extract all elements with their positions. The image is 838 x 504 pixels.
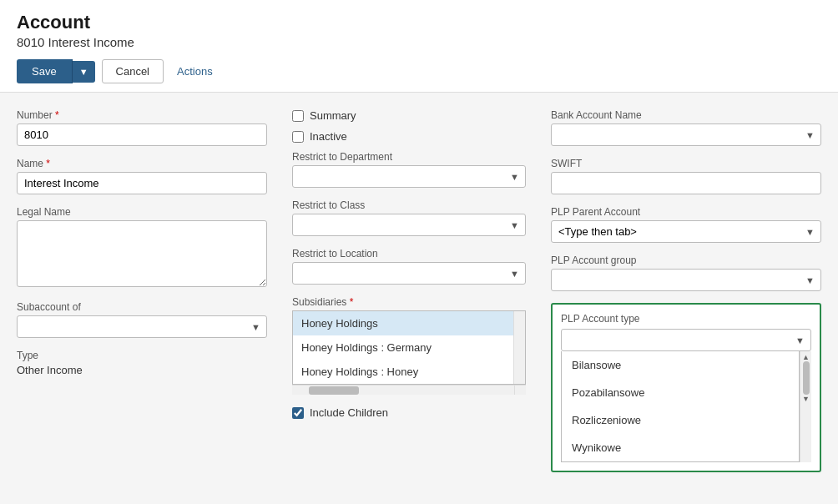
legal-name-textarea[interactable] xyxy=(17,220,267,287)
page-subtitle: 8010 Interest Income xyxy=(17,35,821,49)
restrict-department-field: Restrict to Department ▼ xyxy=(292,151,526,188)
toolbar: Save ▼ Cancel Actions xyxy=(17,59,821,83)
legal-name-field-group: Legal Name xyxy=(17,206,267,290)
restrict-location-select-wrapper: ▼ xyxy=(292,262,526,285)
plp-account-type-select[interactable]: Bilansowe Pozabilansowe Rozliczeniowe Wy… xyxy=(561,329,811,351)
restrict-location-field: Restrict to Location ▼ xyxy=(292,248,526,285)
subsidiaries-field: Subsidiaries * Honey Holdings Honey Hold… xyxy=(292,296,526,395)
subaccount-field-group: Subaccount of ▼ xyxy=(17,301,267,338)
subaccount-select-wrapper: ▼ xyxy=(17,315,267,338)
subaccount-label: Subaccount of xyxy=(17,301,267,313)
inactive-checkbox-row: Inactive xyxy=(292,130,526,143)
save-dropdown-button[interactable]: ▼ xyxy=(73,61,95,83)
number-field-group: Number * xyxy=(17,109,267,146)
list-item[interactable]: Honey Holdings : Germany xyxy=(293,335,513,360)
dropdown-item-pozabilansowe[interactable]: Pozabilansowe xyxy=(562,379,799,406)
right-column: Bank Account Name ▼ SWIFT PLP Parent Acc… xyxy=(551,109,821,472)
inactive-label[interactable]: Inactive xyxy=(310,130,347,143)
subsidiaries-label: Subsidiaries * xyxy=(292,296,526,308)
inactive-checkbox[interactable] xyxy=(292,131,304,143)
dropdown-item-wynikowe[interactable]: Wynikowe xyxy=(562,434,799,461)
dropdown-list: Bilansowe Pozabilansowe Rozliczeniowe Wy… xyxy=(561,351,800,462)
include-children-checkbox[interactable] xyxy=(292,407,304,419)
subsidiaries-container: Honey Holdings Honey Holdings : Germany … xyxy=(292,310,526,385)
main-content: Number * Name * Legal Name Subaccount of… xyxy=(0,93,838,489)
subsidiaries-hscrollbar-track xyxy=(292,385,526,395)
include-children-row: Include Children xyxy=(292,406,526,419)
restrict-class-select[interactable] xyxy=(292,214,526,236)
name-input[interactable] xyxy=(17,172,267,194)
swift-label: SWIFT xyxy=(551,158,821,169)
type-value: Other Income xyxy=(17,364,267,376)
subsidiaries-list: Honey Holdings Honey Holdings : Germany … xyxy=(293,311,513,384)
bank-account-name-label: Bank Account Name xyxy=(551,109,821,121)
restrict-department-select[interactable] xyxy=(292,165,526,188)
plp-account-type-section: PLP Account type Bilansowe Pozabilansowe… xyxy=(551,303,821,472)
restrict-class-select-wrapper: ▼ xyxy=(292,214,526,236)
type-label: Type xyxy=(17,350,267,361)
list-item[interactable]: Honey Holdings xyxy=(293,311,513,335)
restrict-class-field: Restrict to Class ▼ xyxy=(292,199,526,236)
restrict-location-label: Restrict to Location xyxy=(292,248,526,260)
dropdown-item-bilansowe[interactable]: Bilansowe xyxy=(562,351,799,379)
chevron-down-icon: ▼ xyxy=(79,67,88,77)
dropdown-item-rozliczeniowe[interactable]: Rozliczeniowe xyxy=(562,406,799,434)
include-children-label[interactable]: Include Children xyxy=(310,406,388,419)
actions-button[interactable]: Actions xyxy=(170,60,220,83)
restrict-class-label: Restrict to Class xyxy=(292,199,526,211)
bank-account-name-select[interactable] xyxy=(551,123,821,146)
legal-name-label: Legal Name xyxy=(17,206,267,218)
page-title: Account xyxy=(17,12,821,33)
plp-account-type-label: PLP Account type xyxy=(561,313,811,325)
swift-input[interactable] xyxy=(551,172,821,194)
plp-account-group-select-wrapper: ▼ xyxy=(551,269,821,291)
summary-checkbox-row: Summary xyxy=(292,109,526,122)
plp-account-group-field: PLP Account group ▼ xyxy=(551,255,821,291)
save-button[interactable]: Save xyxy=(17,59,73,83)
scroll-up-icon[interactable]: ▲ xyxy=(802,353,810,361)
name-label: Name * xyxy=(17,158,267,169)
left-column: Number * Name * Legal Name Subaccount of… xyxy=(17,109,267,472)
swift-field: SWIFT xyxy=(551,158,821,194)
bank-account-name-field: Bank Account Name ▼ xyxy=(551,109,821,146)
restrict-location-select[interactable] xyxy=(292,262,526,285)
type-field-group: Type Other Income xyxy=(17,350,267,376)
subsidiaries-vscrollbar[interactable] xyxy=(513,311,525,384)
plp-account-type-select-wrapper: Bilansowe Pozabilansowe Rozliczeniowe Wy… xyxy=(561,329,811,351)
plp-parent-select[interactable]: <Type then tab> xyxy=(551,220,821,243)
subsidiaries-hscroll-thumb xyxy=(309,386,359,395)
plp-parent-label: PLP Parent Account xyxy=(551,206,821,218)
save-button-group: Save ▼ xyxy=(17,59,95,83)
corner-box xyxy=(514,386,526,395)
scroll-down-icon[interactable]: ▼ xyxy=(802,395,810,403)
restrict-department-select-wrapper: ▼ xyxy=(292,165,526,188)
middle-column: Summary Inactive Restrict to Department … xyxy=(292,109,526,472)
plp-account-group-select[interactable] xyxy=(551,269,821,291)
bank-account-name-select-wrapper: ▼ xyxy=(551,123,821,146)
plp-account-group-label: PLP Account group xyxy=(551,255,821,266)
dropdown-vscrollbar[interactable]: ▲ ▼ xyxy=(800,351,811,462)
plp-account-type-dropdown: Bilansowe Pozabilansowe Rozliczeniowe Wy… xyxy=(561,351,811,462)
scroll-thumb xyxy=(803,361,810,395)
subaccount-select[interactable] xyxy=(17,315,267,338)
cancel-button[interactable]: Cancel xyxy=(102,59,164,83)
list-item[interactable]: Honey Holdings : Honey xyxy=(293,360,513,384)
plp-parent-select-wrapper: <Type then tab> ▼ xyxy=(551,220,821,243)
name-field-group: Name * xyxy=(17,158,267,194)
summary-checkbox[interactable] xyxy=(292,110,304,122)
subsidiaries-hscrollbar[interactable] xyxy=(292,386,514,395)
restrict-department-label: Restrict to Department xyxy=(292,151,526,163)
number-input[interactable] xyxy=(17,123,267,146)
plp-parent-field: PLP Parent Account <Type then tab> ▼ xyxy=(551,206,821,243)
header-section: Account 8010 Interest Income Save ▼ Canc… xyxy=(0,0,838,93)
summary-label[interactable]: Summary xyxy=(310,109,356,122)
number-label: Number * xyxy=(17,109,267,121)
